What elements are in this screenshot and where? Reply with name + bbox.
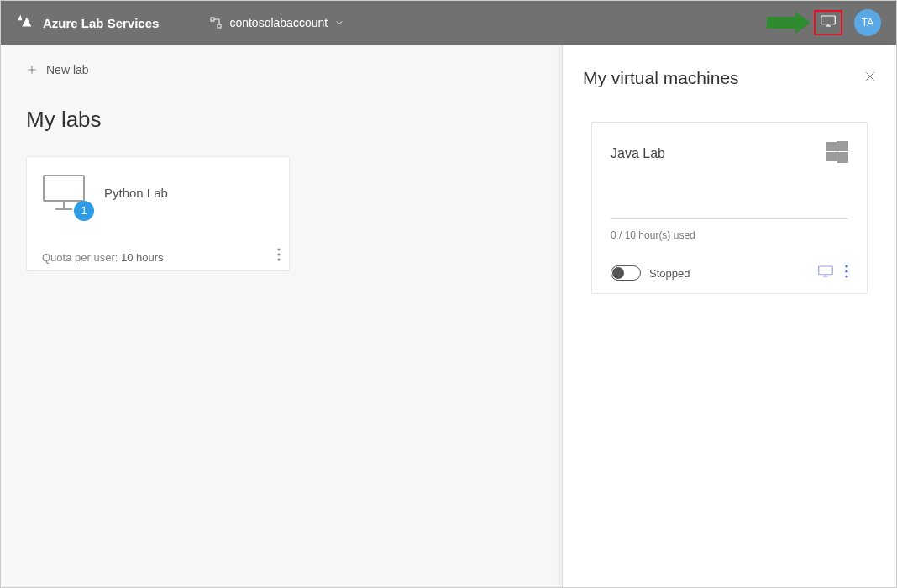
vm-status-text: Stopped — [649, 267, 690, 280]
vm-card-footer: Stopped — [611, 265, 848, 281]
panel-header: My virtual machines — [583, 68, 876, 88]
dots-vertical-icon — [845, 265, 848, 278]
connect-button[interactable] — [818, 265, 833, 281]
vm-usage-text: 0 / 10 hour(s) used — [611, 229, 848, 241]
vm-card-header: Java Lab — [611, 141, 848, 166]
svg-rect-16 — [826, 142, 837, 151]
vm-button-highlight — [814, 10, 842, 35]
svg-point-24 — [845, 270, 847, 272]
monitor-icon — [821, 15, 836, 30]
svg-rect-18 — [826, 152, 837, 161]
my-vms-panel: My virtual machines Java Lab 0 / 10 hour… — [562, 45, 896, 587]
vm-card: Java Lab 0 / 10 hour(s) used Stopped — [591, 122, 868, 294]
svg-point-11 — [277, 248, 280, 250]
svg-point-12 — [277, 253, 280, 255]
svg-rect-20 — [819, 266, 833, 275]
user-avatar[interactable]: TA — [854, 9, 881, 36]
avatar-initials: TA — [862, 17, 873, 29]
vm-footer-left: Stopped — [611, 265, 690, 281]
vm-card-menu[interactable] — [845, 265, 848, 281]
callout-arrow-icon — [765, 12, 810, 37]
svg-rect-8 — [44, 176, 84, 201]
svg-point-25 — [845, 275, 847, 277]
vm-power-toggle[interactable] — [611, 265, 641, 281]
azure-lab-logo-icon — [16, 13, 34, 34]
close-panel-button[interactable] — [864, 71, 876, 86]
new-lab-label: New lab — [46, 63, 89, 76]
svg-rect-19 — [837, 152, 848, 163]
svg-rect-1 — [218, 24, 221, 28]
chevron-down-icon — [334, 18, 344, 28]
toggle-knob — [612, 267, 624, 279]
svg-point-13 — [277, 258, 280, 260]
lab-card[interactable]: 1 Python Lab Quota per user: 10 hours — [26, 156, 290, 271]
top-bar-right: TA — [814, 9, 881, 36]
account-name: contosolabaccount — [229, 16, 328, 29]
lab-user-count-badge: 1 — [74, 201, 94, 221]
quota-text: Quota per user: 10 hours — [42, 251, 274, 264]
monitor-small-icon — [818, 265, 833, 277]
divider — [611, 218, 848, 219]
lab-name-link[interactable]: Python Lab — [104, 186, 168, 200]
my-vms-button[interactable] — [814, 10, 842, 35]
svg-point-23 — [845, 265, 847, 267]
lab-card-header: 1 Python Lab — [42, 174, 274, 214]
dots-vertical-icon — [277, 248, 281, 261]
svg-rect-0 — [211, 18, 214, 21]
svg-rect-3 — [821, 16, 836, 24]
top-bar-left: Azure Lab Services contosolabaccount — [16, 13, 344, 34]
lab-account-selector[interactable]: contosolabaccount — [209, 16, 344, 29]
plus-icon — [26, 64, 38, 76]
panel-title: My virtual machines — [583, 68, 739, 88]
hierarchy-icon — [209, 16, 223, 29]
lab-card-menu[interactable] — [277, 248, 281, 265]
top-bar: Azure Lab Services contosolabaccount TA — [1, 1, 896, 45]
svg-marker-2 — [767, 12, 810, 34]
vm-name: Java Lab — [611, 146, 665, 161]
vm-footer-right — [818, 265, 848, 281]
lab-monitor-icon: 1 — [42, 174, 86, 214]
close-icon — [864, 71, 876, 82]
brand[interactable]: Azure Lab Services — [16, 13, 159, 34]
svg-rect-17 — [837, 141, 848, 151]
brand-text: Azure Lab Services — [43, 16, 159, 30]
windows-icon — [826, 141, 848, 166]
